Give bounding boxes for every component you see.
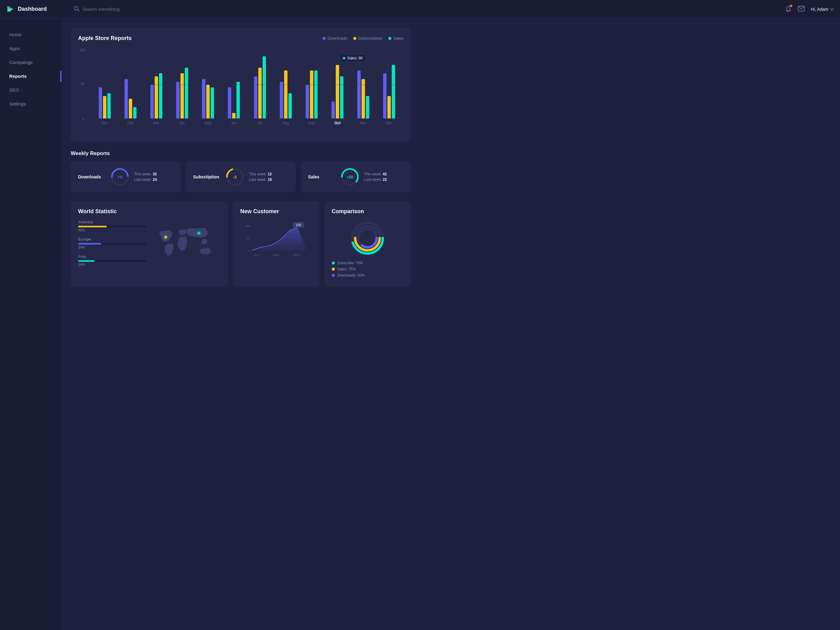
- bar-yellow-may: [206, 85, 210, 119]
- weekly-label: Sales: [308, 174, 336, 179]
- world-statistic-title: World Statistic: [78, 208, 221, 215]
- peak-label: 108: [296, 223, 301, 227]
- bar-blue-sep: [306, 85, 309, 119]
- world-bar-label: Asia: [78, 254, 146, 259]
- world-statistic-card: World Statistic America 42% Europe 34%: [71, 201, 228, 287]
- sidebar-item-seo[interactable]: SEO: [0, 83, 62, 97]
- legend-label-downloads: Downloads: [327, 36, 347, 41]
- bar-teal-jul: [262, 56, 266, 119]
- bar-teal-nov: [366, 96, 369, 119]
- search-icon: [74, 6, 79, 13]
- month-label-mar: Mar: [143, 121, 169, 125]
- weekly-grid: Downloads +8 This week: 32 Last week: 24…: [71, 161, 411, 192]
- new-customer-title: New Customer: [240, 208, 312, 215]
- donut-chart: [349, 220, 386, 256]
- month-labels: JanFebMarAprMayJunJulAugSepOctNovDec: [90, 119, 403, 125]
- logo-icon: [6, 5, 15, 14]
- last-week-stat: Last week: 15: [249, 177, 272, 182]
- logo-area: Dashboard: [6, 5, 68, 14]
- bar-teal-dec: [392, 65, 395, 119]
- weekly-change: +8: [118, 175, 122, 179]
- svg-text:0: 0: [248, 249, 249, 252]
- month-label-feb: Feb: [117, 121, 143, 125]
- weekly-change: +20: [346, 175, 353, 179]
- bar-teal-feb: [133, 107, 136, 119]
- weekly-card-downloads: Downloads +8 This week: 32 Last week: 24: [71, 161, 181, 192]
- bar-blue-may: [202, 79, 205, 119]
- bar-group-feb: [117, 79, 143, 119]
- svg-text:2019: 2019: [293, 253, 299, 256]
- donut-legend-downloads: Downloads: 60%: [332, 273, 403, 277]
- world-bar-label: America: [78, 220, 146, 224]
- bar-yellow-feb: [129, 99, 132, 119]
- bar-blue-feb: [125, 79, 128, 119]
- month-label-apr: Apr: [169, 121, 195, 125]
- bar-yellow-jul: [258, 68, 262, 119]
- bar-blue-aug: [280, 82, 283, 119]
- tooltip-dot: [343, 57, 345, 59]
- area-chart: 100 50 0: [240, 220, 312, 260]
- month-label-jul: Jul: [247, 121, 273, 125]
- donut-legend-label-downloads: Downloads: 60%: [337, 273, 365, 277]
- weekly-section: Weekly Reports Downloads +8 This week: 3…: [71, 150, 411, 192]
- bar-yellow-apr: [180, 73, 184, 119]
- weekly-section-title: Weekly Reports: [71, 150, 411, 157]
- sidebar-item-home[interactable]: Home: [0, 28, 62, 41]
- sidebar-item-label: SEO: [9, 87, 19, 93]
- last-week-stat: Last week: 22: [364, 177, 387, 182]
- bar-yellow-jun: [232, 113, 235, 119]
- bar-group-may: [195, 79, 221, 119]
- this-week-stat: This week: 32: [134, 172, 157, 176]
- svg-text:2018: 2018: [273, 253, 279, 256]
- bar-group-aug: [273, 70, 298, 119]
- world-bar-fill: [78, 260, 95, 262]
- donut-container: Subscribe: 70% Sales: 75% Downloads: 60%: [332, 220, 403, 279]
- bar-yellow-sep: [310, 70, 313, 119]
- sidebar-item-apps[interactable]: Apps: [0, 41, 62, 55]
- svg-line-4: [78, 10, 79, 11]
- map-svg: [156, 225, 217, 266]
- bar-blue-jul: [254, 76, 257, 119]
- y-label-0: 0: [82, 117, 84, 121]
- world-bar-fill: [78, 226, 107, 227]
- bar-yellow-aug: [284, 70, 287, 119]
- sidebar-item-reports[interactable]: Reports: [0, 69, 62, 83]
- weekly-circle: -3: [226, 168, 244, 186]
- world-content: America 42% Europe 34% Asia 24%: [78, 220, 221, 271]
- sidebar-item-label: Home: [9, 32, 22, 37]
- world-bar-america: America 42%: [78, 220, 146, 232]
- search-input[interactable]: [82, 6, 175, 12]
- main-content: Apple Store Reports Downloads Subscripti…: [62, 19, 420, 299]
- sidebar-item-settings[interactable]: Settings: [0, 97, 62, 111]
- donut-legend-subscribe: Subscribe: 70%: [332, 261, 403, 265]
- bar-blue-jan: [99, 87, 102, 119]
- sidebar-item-label: Reports: [9, 73, 27, 79]
- donut-legend-label-sales: Sales: 75%: [337, 267, 356, 271]
- bar-group-jul: [247, 56, 273, 119]
- bar-teal-mar: [159, 73, 163, 119]
- sidebar-item-label: Campaings: [9, 60, 33, 65]
- sidebar-item-label: Settings: [9, 101, 26, 106]
- month-label-aug: Aug: [273, 121, 298, 125]
- month-label-jun: Jun: [221, 121, 247, 125]
- legend-label-sales: Sales: [393, 36, 403, 41]
- bar-teal-apr: [185, 68, 188, 119]
- bar-yellow-jan: [103, 96, 106, 119]
- legend-dot-sales: [388, 37, 392, 40]
- donut-legend: Subscribe: 70% Sales: 75% Downloads: 60%: [332, 261, 403, 279]
- bar-chart: 100 50 0 Sales: 98 JanFebMarAprMayJun: [78, 47, 403, 135]
- bar-group-jan: [92, 87, 117, 119]
- month-label-oct: Oct: [325, 121, 351, 125]
- map-dot-america: [164, 236, 167, 238]
- svg-text:50: 50: [246, 237, 249, 240]
- month-label-may: May: [195, 121, 221, 125]
- donut-legend-dot-downloads: [332, 274, 335, 277]
- bar-group-nov: [351, 70, 376, 119]
- sidebar-item-campaings[interactable]: Campaings: [0, 55, 62, 69]
- sidebar: Home Apps Campaings Reports SEO Settings: [0, 19, 62, 315]
- world-bar-label: Europe: [78, 237, 146, 242]
- donut-legend-sales: Sales: 75%: [332, 267, 403, 271]
- donut-legend-dot-subscribe: [332, 261, 335, 264]
- apple-store-card: Apple Store Reports Downloads Subscripti…: [71, 28, 411, 142]
- svg-text:100: 100: [245, 225, 250, 228]
